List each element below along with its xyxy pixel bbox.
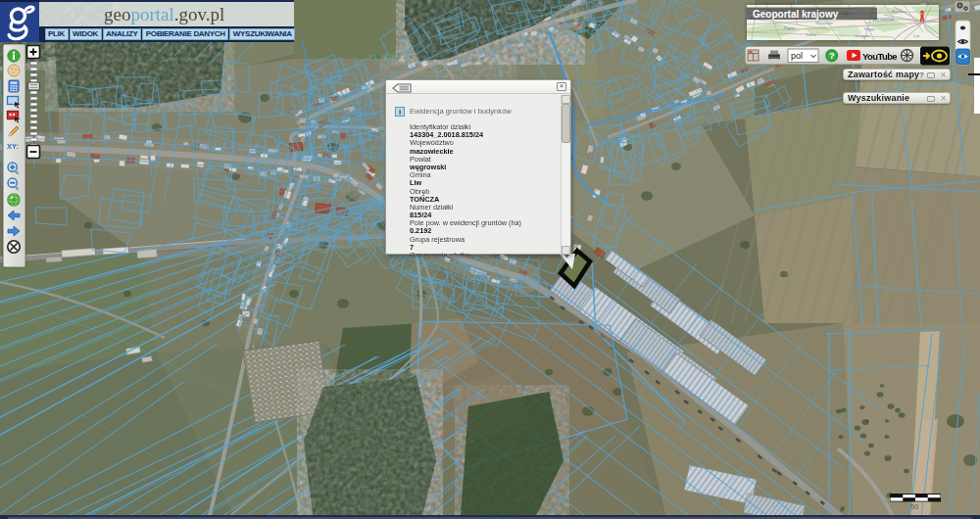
svg-text:Krypy: Krypy — [864, 26, 876, 31]
svg-text:Jartypór: Jartypór — [855, 33, 870, 38]
svg-text:50: 50 — [910, 502, 918, 511]
svg-text:pol: pol — [791, 51, 803, 61]
svg-text:?: ? — [829, 50, 835, 61]
svg-text:Paplin: Paplin — [784, 25, 796, 30]
svg-text:Ruchna: Ruchna — [892, 9, 906, 14]
svg-text:YouTube: YouTube — [862, 51, 897, 62]
svg-text:Turna: Turna — [806, 32, 816, 37]
svg-text:Geoportal krajowy: Geoportal krajowy — [753, 9, 839, 20]
svg-text:Liw: Liw — [913, 33, 920, 38]
svg-text:XY:: XY: — [7, 142, 19, 151]
svg-text:Wyszków: Wyszków — [815, 21, 834, 25]
